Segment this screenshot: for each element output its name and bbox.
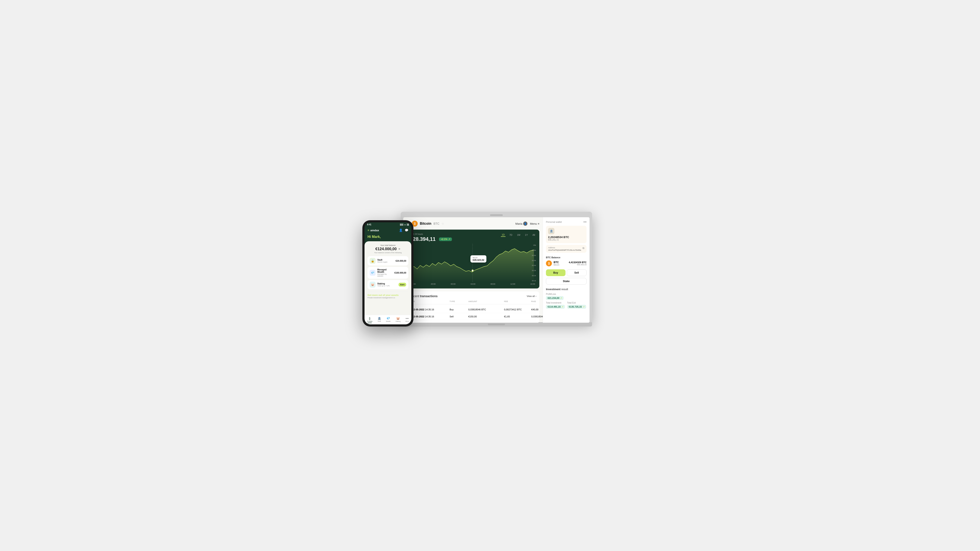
chart-section: Last 24 hours €28.394,11 +2.1% ↗ <box>407 230 539 289</box>
personal-wallet-section: Personal wallet ••• 🏦 2,20248534 BTC €45… <box>546 220 587 253</box>
chart-tab-1m[interactable]: 1M <box>516 233 521 237</box>
profit-loss-value: €21.234,00 <box>547 297 559 299</box>
user-name-display: Maria 👤 <box>515 222 527 226</box>
col-date: DATE <box>410 300 448 302</box>
chart-canvas-area: 29k 28.8k 28.6k 28.5k 28.4k 28.3k 28.2k … <box>410 244 536 282</box>
staking-info: Staking Yield up to 7.2% <box>377 283 397 287</box>
chart-header: Last 24 hours €28.394,11 +2.1% ↗ <box>410 233 536 242</box>
arrow-right-icon: › <box>536 295 536 297</box>
wallet-options-icon[interactable]: ••• <box>583 220 587 224</box>
user-area: Maria 👤 Menu ≡ <box>515 222 539 226</box>
tx-paid-2: 0,03818546 BTC <box>531 315 543 318</box>
wealth-nav-icon: 💎 <box>387 317 390 320</box>
chart-tab-1d[interactable]: 1D <box>501 233 506 237</box>
wallet-address-card: Address 1A1zP1eP5QGefi2DMPTfTL5SLmv7Divf… <box>546 245 587 253</box>
nav-wealth-label: Wealth <box>386 321 391 322</box>
btc-amount-display: 4,41324329 BTC €90.483,43 <box>569 261 587 266</box>
transactions-title-bold: transactions <box>420 294 438 298</box>
staking-card[interactable]: 🐷 Staking Yield up to 7.2% Earn <box>368 280 408 289</box>
favorite-star-icon[interactable]: ☆ <box>442 222 444 225</box>
btc-balance-section: BTC Balance ₿ BTC Bitcoin 4,41324329 BTC… <box>546 256 587 266</box>
nav-more[interactable]: ••• More <box>406 317 409 323</box>
chart-tab-all[interactable]: All <box>532 233 536 237</box>
wealth-card[interactable]: 💎 Managed Wealth Managed by AMDAX €100.0… <box>368 267 408 279</box>
transactions-table-header: DATE TYPE AMOUNT FEE PAID <box>410 300 536 305</box>
vault-nav-icon: 🏦 <box>377 317 381 320</box>
phone-logo: ≡ amdax <box>368 229 379 232</box>
vault-card[interactable]: 🔒 Vault Stored crypto €24.000,00 <box>368 256 408 265</box>
menu-label: Menu <box>530 222 537 225</box>
staking-title: Staking <box>377 283 397 285</box>
tx-fee-2: €1,65 <box>504 315 530 318</box>
laptop-screen: ← ₿ Bitcoin BTC ☆ Maria 👤 <box>403 217 590 323</box>
nav-more-label: More <box>406 321 409 322</box>
logo-text: amdax <box>370 229 379 232</box>
promo-title: Get more out of your assets <box>368 294 408 296</box>
phone-balance-label: Your total balance <box>368 244 408 246</box>
chart-tabs: 1D 7D 1M 1Y All <box>501 233 536 237</box>
vault-icon: 🔒 <box>370 258 375 264</box>
transactions-header: Recent transactions View all › <box>410 294 536 298</box>
profit-loss-label: Profit/Loss <box>546 293 587 295</box>
investment-cols: Total investment €114.491,15 ↗ Total Exi… <box>546 302 587 309</box>
staking-earn-button[interactable]: Earn <box>399 283 406 287</box>
copy-address-icon[interactable]: ⧉ <box>582 246 584 249</box>
chat-icon[interactable]: 💬 <box>405 229 408 232</box>
chart-price-area: Last 24 hours €28.394,11 +2.1% ↗ <box>410 233 452 242</box>
btc-name: Bitcoin <box>554 264 559 266</box>
chart-tab-1y[interactable]: 1Y <box>524 233 528 237</box>
nav-staking[interactable]: 🐷 Staking <box>396 317 401 323</box>
btc-balance-row: ₿ BTC Bitcoin 4,41324329 BTC €90.483,43 <box>546 260 587 266</box>
chart-change-badge: +2.1% ↗ <box>439 237 452 241</box>
total-investment-col: Total investment €114.491,15 ↗ <box>546 302 565 309</box>
chart-svg <box>410 244 536 282</box>
btc-balance-label: BTC Balance <box>546 256 587 259</box>
wealth-title: Managed Wealth <box>377 268 393 273</box>
hamburger-icon: ≡ <box>538 222 539 225</box>
nav-wealth[interactable]: 💎 Wealth <box>386 317 391 323</box>
col-type: TYPE <box>450 300 467 302</box>
view-all-link[interactable]: View all › <box>527 295 536 297</box>
btc-symbol: BTC <box>554 261 559 264</box>
sell-button[interactable]: Sell <box>567 269 587 276</box>
profit-up-icon: ↗ <box>560 297 562 299</box>
investment-bold: result <box>561 287 568 291</box>
total-investment-badge: €114.491,15 ↗ <box>546 305 565 309</box>
phone-bottom-nav: ₿ Portfolio 🏦 Vault 💎 Wealth 🐷 Staking •… <box>364 315 411 324</box>
col-amount: AMOUNT <box>468 300 502 302</box>
phone-balance-section: Your total balance €124.000,00 👁 Your ba… <box>368 244 408 254</box>
phone-screen: 9:41 ▌▌▌ ☁ ▐▐ ≡ amdax 👤 💬 Hi Mark, <box>364 222 411 324</box>
tx-date-2: ↓ 22-05-2022 14:35:16 <box>410 315 448 318</box>
wallet-address-content: Address 1A1zP1eP5QGefi2DMPTfTL5SLmv7Divf… <box>548 246 581 251</box>
nav-vault[interactable]: 🏦 Vault <box>377 317 381 323</box>
transactions-section: Recent transactions View all › DATE <box>407 291 539 323</box>
tooltip-price: €28.423,02 <box>473 259 484 261</box>
buy-button[interactable]: Buy <box>546 269 565 276</box>
col-paid: PAID <box>531 300 543 302</box>
chart-tooltip: 05:23 €28.423,02 <box>471 255 486 262</box>
tx-fee-1: 0,00273412 BTC <box>504 308 530 311</box>
vault-info: Vault Stored crypto <box>377 259 394 263</box>
chart-y-labels: 29k 28.8k 28.6k 28.5k 28.4k 28.3k 28.2k … <box>530 244 536 282</box>
nav-portfolio-label: Portfolio <box>367 321 372 322</box>
tx-amount-1: 0,03818546 BTC <box>468 308 502 311</box>
view-all-text: View all <box>527 295 535 297</box>
logo-icon: ≡ <box>368 229 369 232</box>
btc-amount-value: 4,41324329 BTC <box>569 261 587 264</box>
eye-icon[interactable]: 👁 <box>398 248 401 250</box>
total-exit-label: Total Exit <box>567 302 587 304</box>
nav-portfolio[interactable]: ₿ Portfolio <box>367 317 372 323</box>
trend-up-icon: ↗ <box>448 238 450 241</box>
profile-icon[interactable]: 👤 <box>399 229 402 232</box>
menu-button[interactable]: Menu ≡ <box>530 222 539 225</box>
laptop-main: ← ₿ Bitcoin BTC ☆ Maria 👤 <box>403 217 543 323</box>
wallet-eur-amount: €45.241,72 <box>548 239 584 241</box>
stake-button[interactable]: Stake <box>546 278 587 285</box>
nav-vault-label: Vault <box>377 321 381 322</box>
chart-label: Last 24 hours <box>410 233 452 235</box>
phone-status-bar: 9:41 ▌▌▌ ☁ ▐▐ <box>364 222 411 227</box>
phone-time: 9:41 <box>367 224 371 226</box>
chart-change-value: +2.1% <box>441 238 447 240</box>
phone-body: Your total balance €124.000,00 👁 Your ba… <box>364 241 411 315</box>
chart-tab-7d[interactable]: 7D <box>509 233 513 237</box>
